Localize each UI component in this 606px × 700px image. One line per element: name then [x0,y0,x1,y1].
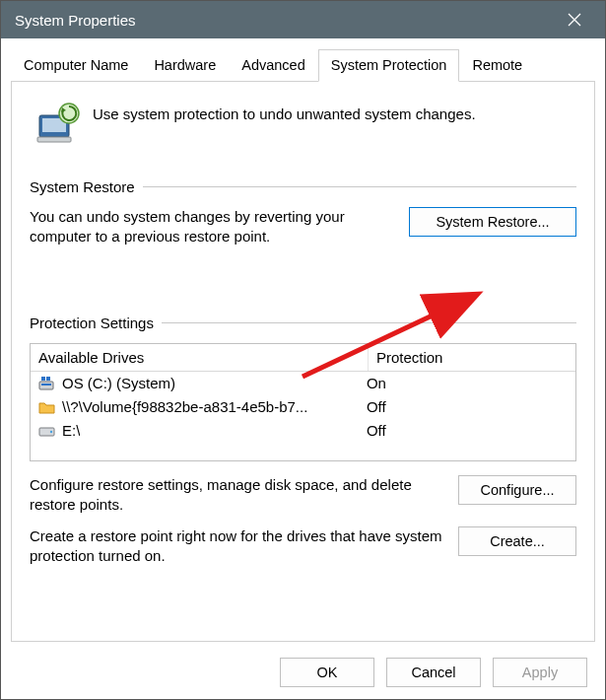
col-protection[interactable]: Protection [369,344,575,371]
drive-row[interactable]: \\?\Volume{f98832be-a831-4e5b-b7... Off [31,395,575,419]
folder-icon [38,399,56,415]
create-button[interactable]: Create... [458,526,576,556]
drive-label: OS (C:) (System) [62,375,175,391]
system-restore-desc: You can undo system changes by reverting… [30,207,395,247]
tabstrip: Computer Name Hardware Advanced System P… [11,48,595,82]
drive-status: Off [367,398,568,415]
tab-remote[interactable]: Remote [459,49,535,82]
group-title-protection-settings: Protection Settings [30,315,154,331]
divider [143,186,576,187]
close-button[interactable] [552,1,597,38]
cancel-button[interactable]: Cancel [386,658,481,687]
tab-computer-name[interactable]: Computer Name [11,49,141,82]
configure-desc: Configure restore settings, manage disk … [30,475,444,516]
col-available-drives[interactable]: Available Drives [31,344,369,371]
tab-hardware[interactable]: Hardware [141,49,229,82]
tabpage-system-protection: Use system protection to undo unwanted s… [11,82,595,642]
svg-rect-10 [41,377,45,381]
drive-icon [38,423,56,439]
svg-rect-12 [41,384,51,385]
os-drive-icon [38,376,56,391]
window-title: System Properties [15,12,136,29]
divider [162,322,576,323]
close-icon [568,13,581,27]
group-title-system-restore: System Restore [30,178,135,195]
configure-button[interactable]: Configure... [458,475,576,505]
group-system-restore: System Restore You can undo system chang… [30,178,576,259]
apply-button: Apply [493,658,587,687]
drive-status: Off [367,422,568,439]
drive-status: On [367,375,568,391]
svg-rect-4 [37,137,71,142]
group-protection-settings: Protection Settings Available Drives Pro… [30,315,576,579]
system-restore-button[interactable]: System Restore... [409,207,576,237]
tab-advanced[interactable]: Advanced [229,49,318,82]
drive-label: \\?\Volume{f98832be-a831-4e5b-b7... [62,398,307,415]
intro-section: Use system protection to undo unwanted s… [34,102,576,149]
drive-row-empty [31,443,575,460]
svg-rect-11 [46,377,50,381]
svg-point-14 [50,430,52,432]
dialog-body: Computer Name Hardware Advanced System P… [1,38,605,648]
drives-header-row: Available Drives Protection [31,344,575,372]
system-properties-window: System Properties Computer Name Hardware… [0,0,606,700]
tab-system-protection[interactable]: System Protection [318,49,460,82]
drive-row[interactable]: OS (C:) (System) On [31,372,575,395]
drive-label: E:\ [62,422,80,439]
drives-listview[interactable]: Available Drives Protection OS (C:) (Sys… [30,343,576,461]
drive-row[interactable]: E:\ Off [31,419,575,443]
titlebar: System Properties [1,1,605,38]
intro-text: Use system protection to undo unwanted s… [93,102,476,122]
ok-button[interactable]: OK [280,658,374,687]
system-protection-icon [34,102,81,149]
dialog-footer: OK Cancel Apply [1,648,605,699]
create-desc: Create a restore point right now for the… [30,526,444,567]
